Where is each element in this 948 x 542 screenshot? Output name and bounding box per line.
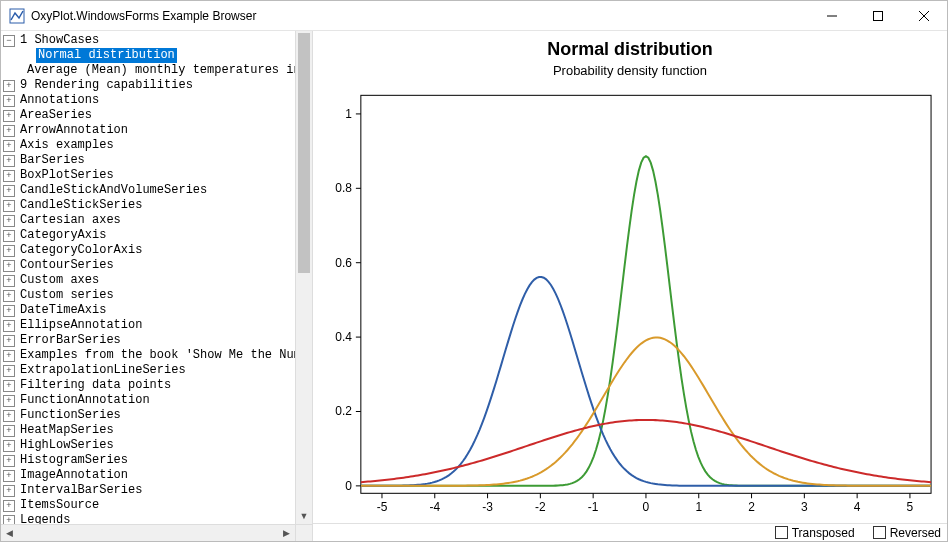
expand-icon[interactable]: + [3, 425, 15, 437]
tree-item[interactable]: +FunctionAnnotation [3, 393, 312, 408]
expand-icon[interactable]: + [3, 125, 15, 137]
expand-icon[interactable]: + [3, 455, 15, 467]
tree-item-label: ItemsSource [18, 498, 101, 513]
expand-icon[interactable]: + [3, 410, 15, 422]
expand-icon[interactable]: + [3, 485, 15, 497]
scroll-thumb[interactable] [298, 33, 310, 273]
tree-item[interactable]: +FunctionSeries [3, 408, 312, 423]
tree-item[interactable]: +ErrorBarSeries [3, 333, 312, 348]
scroll-right-arrow[interactable]: ▶ [278, 525, 295, 541]
expand-icon[interactable]: + [3, 500, 15, 512]
expand-icon[interactable]: + [3, 395, 15, 407]
transposed-checkbox[interactable]: Transposed [775, 526, 855, 540]
expand-icon[interactable]: + [3, 170, 15, 182]
y-tick-label: 1 [345, 107, 352, 121]
tree-item[interactable]: +IntervalBarSeries [3, 483, 312, 498]
expand-icon[interactable]: + [3, 275, 15, 287]
tree-item-label: DateTimeAxis [18, 303, 108, 318]
tree-item[interactable]: Normal distribution [3, 48, 312, 63]
tree-item[interactable]: +EllipseAnnotation [3, 318, 312, 333]
tree-item-label: FunctionAnnotation [18, 393, 152, 408]
expand-icon[interactable]: + [3, 95, 15, 107]
tree-item-label: Filtering data points [18, 378, 173, 393]
expand-icon[interactable]: + [3, 470, 15, 482]
transposed-label: Transposed [792, 526, 855, 540]
tree-item-label: ImageAnnotation [18, 468, 130, 483]
expand-icon[interactable]: + [3, 260, 15, 272]
tree-item[interactable]: +BarSeries [3, 153, 312, 168]
checkbox-icon [775, 526, 788, 539]
maximize-button[interactable] [855, 1, 901, 31]
tree-horizontal-scrollbar[interactable]: ◀ ▶ [1, 524, 295, 541]
y-tick-label: 0.8 [335, 181, 352, 195]
tree-item[interactable]: +HighLowSeries [3, 438, 312, 453]
tree-item[interactable]: +Annotations [3, 93, 312, 108]
scroll-left-arrow[interactable]: ◀ [1, 525, 18, 541]
tree-item[interactable]: +Axis examples [3, 138, 312, 153]
expand-icon[interactable]: + [3, 245, 15, 257]
tree-vertical-scrollbar[interactable]: ▲ ▼ [295, 31, 312, 524]
tree-item[interactable]: +CategoryColorAxis [3, 243, 312, 258]
x-tick-label: -2 [535, 500, 546, 514]
tree-item[interactable]: +ImageAnnotation [3, 468, 312, 483]
plot-area[interactable]: Normal distributionProbability density f… [313, 31, 947, 523]
y-tick-label: 0.6 [335, 256, 352, 270]
expand-icon[interactable]: + [3, 440, 15, 452]
expand-icon[interactable]: + [3, 365, 15, 377]
tree-item-label: FunctionSeries [18, 408, 123, 423]
tree-item[interactable]: Average (Mean) monthly temperatures in 2… [3, 63, 312, 78]
tree-item[interactable]: +Custom series [3, 288, 312, 303]
expand-icon[interactable]: + [3, 185, 15, 197]
tree-item[interactable]: +BoxPlotSeries [3, 168, 312, 183]
tree-item-label: 9 Rendering capabilities [18, 78, 195, 93]
tree-item[interactable]: +DateTimeAxis [3, 303, 312, 318]
tree-item[interactable]: +Cartesian axes [3, 213, 312, 228]
tree-item[interactable]: +CategoryAxis [3, 228, 312, 243]
scroll-down-arrow[interactable]: ▼ [296, 507, 312, 524]
minimize-button[interactable] [809, 1, 855, 31]
expand-icon[interactable]: + [3, 350, 15, 362]
x-tick-label: -4 [429, 500, 440, 514]
tree-item[interactable]: −1 ShowCases [3, 33, 312, 48]
x-tick-label: 0 [643, 500, 650, 514]
tree-item[interactable]: +Custom axes [3, 273, 312, 288]
expand-icon[interactable]: + [3, 380, 15, 392]
example-tree[interactable]: −1 ShowCasesNormal distributionAverage (… [1, 31, 312, 541]
tree-item-label: HighLowSeries [18, 438, 116, 453]
expand-icon[interactable]: + [3, 140, 15, 152]
tree-item[interactable]: +HistogramSeries [3, 453, 312, 468]
tree-item[interactable]: +ItemsSource [3, 498, 312, 513]
collapse-icon[interactable]: − [3, 35, 15, 47]
tree-item[interactable]: +CandleStickSeries [3, 198, 312, 213]
tree-item[interactable]: +AreaSeries [3, 108, 312, 123]
series-line [361, 338, 931, 486]
expand-icon[interactable]: + [3, 110, 15, 122]
x-tick-label: 5 [907, 500, 914, 514]
expand-icon[interactable]: + [3, 200, 15, 212]
reversed-checkbox[interactable]: Reversed [873, 526, 941, 540]
expand-icon[interactable]: + [3, 320, 15, 332]
expand-icon[interactable]: + [3, 155, 15, 167]
expand-icon[interactable]: + [3, 305, 15, 317]
tree-item[interactable]: +ContourSeries [3, 258, 312, 273]
close-button[interactable] [901, 1, 947, 31]
tree-item[interactable]: +Examples from the book 'Show Me the Num… [3, 348, 312, 363]
tree-item[interactable]: +Filtering data points [3, 378, 312, 393]
tree-item-label: Axis examples [18, 138, 116, 153]
tree-item[interactable]: +HeatMapSeries [3, 423, 312, 438]
expand-icon[interactable]: + [3, 215, 15, 227]
y-tick-label: 0.2 [335, 404, 352, 418]
x-tick-label: 2 [748, 500, 755, 514]
expand-icon[interactable]: + [3, 230, 15, 242]
tree-item-label: 1 ShowCases [18, 33, 101, 48]
tree-item-label: BoxPlotSeries [18, 168, 116, 183]
expand-icon[interactable]: + [3, 80, 15, 92]
expand-icon[interactable]: + [3, 290, 15, 302]
tree-item[interactable]: +ExtrapolationLineSeries [3, 363, 312, 378]
tree-item[interactable]: +9 Rendering capabilities [3, 78, 312, 93]
tree-item[interactable]: +CandleStickAndVolumeSeries [3, 183, 312, 198]
example-tree-panel: −1 ShowCasesNormal distributionAverage (… [1, 31, 313, 541]
tree-item-label: IntervalBarSeries [18, 483, 144, 498]
tree-item[interactable]: +ArrowAnnotation [3, 123, 312, 138]
expand-icon[interactable]: + [3, 335, 15, 347]
